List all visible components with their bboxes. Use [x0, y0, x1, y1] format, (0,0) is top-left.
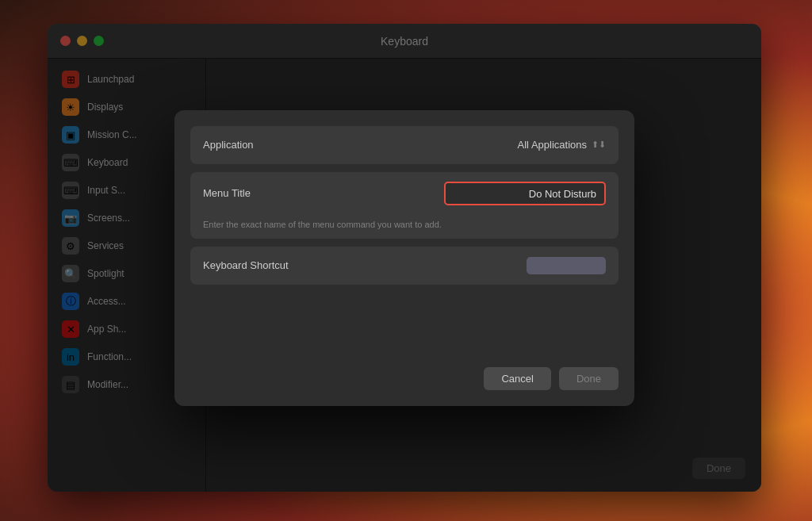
- done-button[interactable]: Done: [559, 367, 619, 390]
- modal-buttons: Cancel Done: [190, 364, 619, 390]
- selector-arrows-icon: ⬆⬇: [592, 140, 606, 150]
- application-value-text: All Applications: [518, 139, 587, 151]
- menu-title-input-wrapper: [444, 182, 606, 205]
- keyboard-shortcut-row: Keyboard Shortcut: [190, 247, 619, 285]
- application-label: Application: [203, 139, 314, 151]
- menu-title-hint: Enter the exact name of the menu command…: [190, 215, 619, 239]
- main-window: Keyboard ⊞Launchpad☀Displays▣Mission C..…: [48, 24, 761, 492]
- menu-title-input[interactable]: [454, 188, 596, 200]
- modal-dialog: Application All Applications ⬆⬇ Menu Tit…: [174, 110, 634, 406]
- application-row: Application All Applications ⬆⬇: [190, 126, 619, 164]
- menu-title-row: Menu Title Enter the exact name of the m…: [190, 172, 619, 239]
- shortcut-label: Keyboard Shortcut: [203, 259, 314, 271]
- cancel-button[interactable]: Cancel: [484, 367, 550, 390]
- menu-title-input-container: [314, 182, 606, 205]
- application-value-container: All Applications ⬆⬇: [314, 139, 606, 151]
- menu-title-top: Menu Title: [190, 172, 619, 215]
- menu-title-label: Menu Title: [203, 187, 314, 199]
- modal-overlay: Application All Applications ⬆⬇ Menu Tit…: [48, 24, 761, 492]
- shortcut-value-display[interactable]: [527, 257, 606, 274]
- application-selector[interactable]: All Applications ⬆⬇: [518, 139, 606, 151]
- modal-spacer: [190, 293, 619, 356]
- shortcut-value-container: [314, 257, 606, 274]
